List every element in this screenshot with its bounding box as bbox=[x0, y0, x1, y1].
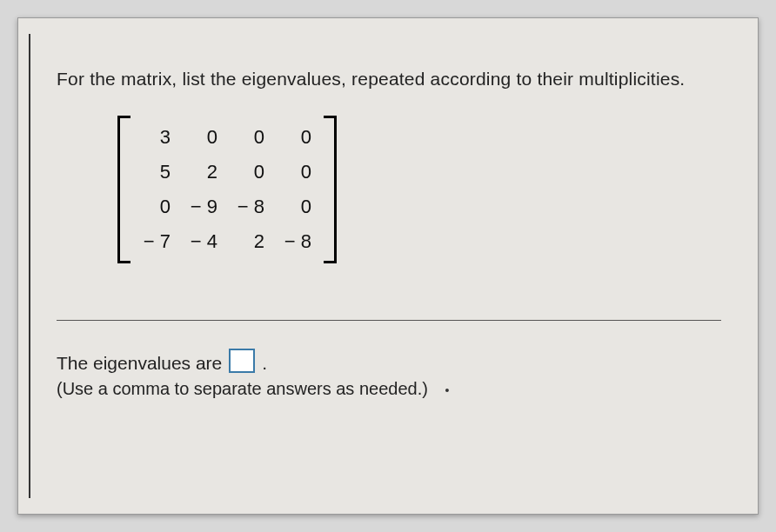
matrix-cell: − 8 bbox=[284, 230, 311, 253]
matrix-cell: 0 bbox=[143, 196, 171, 218]
matrix-cell: 2 bbox=[190, 161, 217, 183]
matrix-cell: − 8 bbox=[237, 196, 264, 218]
matrix-cell: 0 bbox=[284, 161, 311, 183]
matrix-cell: 0 bbox=[284, 126, 311, 149]
page-frame: For the matrix, list the eigenvalues, re… bbox=[17, 17, 759, 515]
matrix-cell: 2 bbox=[237, 230, 264, 253]
matrix-cell: 0 bbox=[284, 196, 311, 218]
matrix-cell: 3 bbox=[143, 126, 171, 149]
answer-prefix: The eigenvalues are bbox=[57, 353, 222, 374]
trailing-dot: • bbox=[445, 383, 449, 397]
matrix-cell: − 7 bbox=[143, 230, 171, 253]
matrix: 3 0 0 0 5 2 0 0 0 − 9 − 8 0 − 7 − 4 2 − … bbox=[117, 116, 337, 263]
answer-input[interactable] bbox=[229, 349, 255, 373]
matrix-left-bracket bbox=[117, 116, 132, 263]
section-divider bbox=[57, 320, 721, 321]
content-area: For the matrix, list the eigenvalues, re… bbox=[29, 34, 747, 498]
instruction-label: (Use a comma to separate answers as need… bbox=[57, 379, 428, 398]
matrix-cell: − 9 bbox=[190, 196, 217, 218]
matrix-cell: 0 bbox=[237, 161, 264, 183]
matrix-cell: 0 bbox=[237, 126, 264, 149]
matrix-cell: − 4 bbox=[190, 230, 217, 253]
instruction-text: (Use a comma to separate answers as need… bbox=[57, 379, 721, 399]
answer-suffix: . bbox=[262, 353, 267, 374]
matrix-cell: 5 bbox=[143, 161, 171, 183]
matrix-cell: 0 bbox=[190, 126, 217, 149]
answer-line: The eigenvalues are . bbox=[57, 345, 721, 374]
matrix-grid: 3 0 0 0 5 2 0 0 0 − 9 − 8 0 − 7 − 4 2 − … bbox=[132, 117, 322, 262]
matrix-right-bracket bbox=[322, 116, 337, 263]
question-text: For the matrix, list the eigenvalues, re… bbox=[57, 69, 721, 90]
